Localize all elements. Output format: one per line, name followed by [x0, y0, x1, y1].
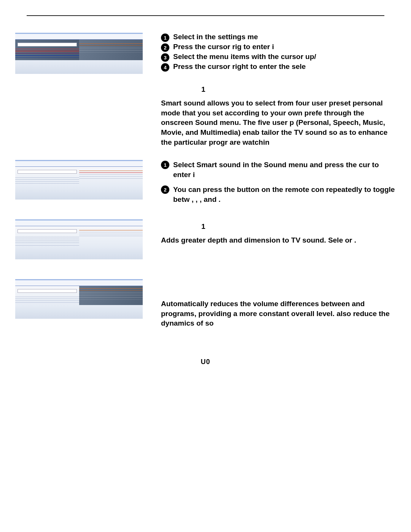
step-bullet-2: 2 [161, 43, 169, 52]
menu-screenshot-1 [15, 33, 143, 74]
section-2-number: 1 [201, 222, 396, 231]
page-footer: U0 [15, 358, 396, 366]
top-rule [27, 15, 384, 16]
step-bullet-4: 4 [161, 63, 169, 72]
menu1-selection [18, 43, 77, 46]
menu-screenshot-4 [15, 279, 143, 319]
instruction-steps: 1Select in the settings me 2Press the cu… [161, 33, 396, 72]
substep-2: 2 You can press the button on the remote… [161, 185, 396, 204]
section-1-paragraph: Smart sound allows you to select from fo… [161, 98, 396, 147]
section-1-number: 1 [201, 85, 396, 94]
menu-screenshot-2 [15, 160, 143, 200]
menu3-selection [18, 229, 77, 233]
section-2-paragraph: Adds greater depth and dimension to TV s… [161, 235, 396, 245]
substep-bullet-1: 1 [161, 161, 169, 169]
step-bullet-3: 3 [161, 53, 169, 62]
menu2-selection [18, 170, 77, 174]
menu-screenshot-3 [15, 219, 143, 259]
substep-1: 1 Select Smart sound in the Sound menu a… [161, 160, 396, 179]
section-3-paragraph: Automatically reduces the volume differe… [161, 299, 396, 328]
menu4-selection [18, 289, 77, 293]
substep-bullet-2: 2 [161, 185, 169, 194]
step-bullet-1: 1 [161, 34, 169, 42]
